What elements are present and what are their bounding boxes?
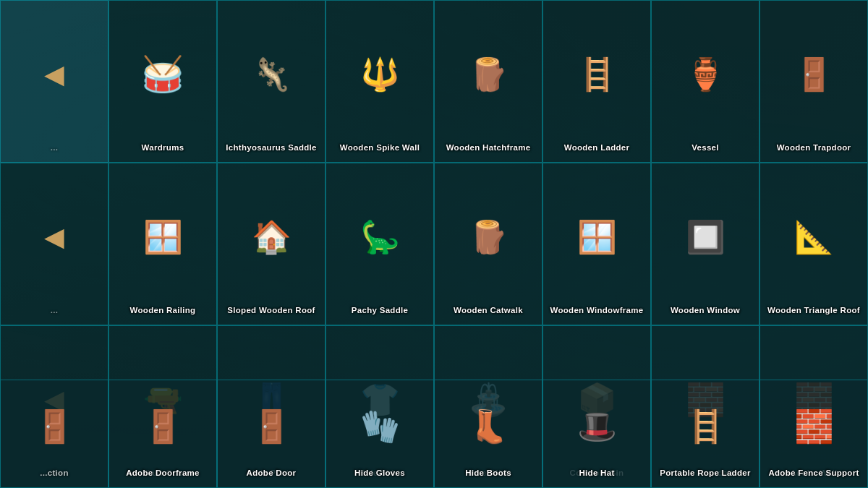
grid-item-partial-2[interactable]: ... [0,163,109,325]
wardrums-icon [127,38,199,111]
item-label-wooden-trapdoor: Wooden Trapdoor [774,142,854,153]
grid-item-wooden-hatchframe[interactable]: Wooden Hatchframe [434,0,542,163]
item-label-wooden-windowframe: Wooden Windowframe [547,305,646,316]
partial-icon-1 [18,38,90,111]
grid-item-fence-ction[interactable]: ...ction [0,380,109,488]
item-label-partial-1: ... [48,142,61,153]
portable-rope-ladder-icon [669,390,741,463]
item-label-sloped-wooden-roof: Sloped Wooden Roof [224,305,318,316]
wooden-hatchframe-icon [452,38,524,111]
grid-item-wooden-catwalk[interactable]: Wooden Catwalk [434,163,542,325]
grid-item-sloped-wooden-roof[interactable]: Sloped Wooden Roof [217,163,326,325]
vessel-icon [669,38,741,111]
item-label-wooden-spike-wall: Wooden Spike Wall [337,142,423,153]
grid-item-wardrums[interactable]: Wardrums [109,0,217,163]
grid-item-pachy-saddle[interactable]: Pachy Saddle [326,163,434,325]
item-label-vessel: Vessel [689,142,722,153]
item-label-wooden-catwalk: Wooden Catwalk [451,305,526,316]
ichthyo-saddle-icon [235,38,307,111]
grid-item-adobe-doorframe[interactable]: Adobe Doorframe [109,380,217,488]
grid-item-vessel[interactable]: Vessel [651,0,760,163]
grid-item-hide-hat[interactable]: Hide Hat [542,380,651,488]
item-label-adobe-fence-support: Adobe Fence Support [765,468,861,479]
item-label-hide-hat: Hide Hat [576,468,617,479]
grid-item-wooden-railing[interactable]: Wooden Railing [109,163,217,325]
grid-item-wooden-ladder[interactable]: Wooden Ladder [542,0,651,163]
item-label-ichthyo-saddle: Ichthyosaurus Saddle [223,142,320,153]
wooden-windowframe-icon [561,201,633,273]
grid-item-wooden-spike-wall[interactable]: Wooden Spike Wall [326,0,434,163]
grid-item-hide-boots[interactable]: Hide Boots [434,380,542,488]
adobe-door-icon [235,390,307,463]
wooden-window-icon [669,201,741,273]
sloped-wooden-roof-icon [235,201,307,273]
fence-ction-icon [18,390,90,463]
grid-item-adobe-door[interactable]: Adobe Door [217,380,326,488]
wooden-spike-wall-icon [344,38,416,111]
item-label-hide-gloves: Hide Gloves [352,468,408,479]
grid-item-adobe-fence-support[interactable]: Adobe Fence Support [760,380,868,488]
item-label-adobe-doorframe: Adobe Doorframe [123,468,203,479]
wooden-railing-icon [127,201,199,273]
pachy-saddle-icon [344,201,416,273]
partial-icon-2 [18,201,90,273]
grid-item-wooden-triangle-roof[interactable]: Wooden Triangle Roof [760,163,868,325]
hide-hat-icon [561,390,633,463]
grid-item-ichthyo-saddle[interactable]: Ichthyosaurus Saddle [217,0,326,163]
item-label-wardrums: Wardrums [139,142,187,153]
grid-item-partial-1[interactable]: ... [0,0,109,163]
grid-item-portable-rope-ladder[interactable]: Portable Rope Ladder [651,380,760,488]
grid-item-hide-gloves[interactable]: Hide Gloves [326,380,434,488]
item-label-partial-2: ... [48,305,61,316]
wooden-trapdoor-icon [778,38,850,111]
grid-item-wooden-window[interactable]: Wooden Window [651,163,760,325]
item-label-fence-ction: ...ction [37,468,71,479]
wooden-ladder-icon [561,38,633,111]
grid-item-wooden-windowframe[interactable]: Wooden Windowframe [542,163,651,325]
item-label-wooden-ladder: Wooden Ladder [561,142,633,153]
wooden-triangle-roof-icon [778,201,850,273]
hide-gloves-icon [344,390,416,463]
adobe-fence-support-icon [778,390,850,463]
item-label-adobe-door: Adobe Door [244,468,299,479]
item-label-wooden-hatchframe: Wooden Hatchframe [443,142,534,153]
wooden-catwalk-icon [452,201,524,273]
item-label-wooden-triangle-roof: Wooden Triangle Roof [765,305,863,316]
item-label-wooden-railing: Wooden Railing [127,305,199,316]
item-label-wooden-window: Wooden Window [668,305,743,316]
item-label-hide-boots: Hide Boots [462,468,514,479]
adobe-doorframe-icon [127,390,199,463]
item-label-pachy-saddle: Pachy Saddle [349,305,411,316]
item-label-portable-rope-ladder: Portable Rope Ladder [657,468,754,479]
grid-item-wooden-trapdoor[interactable]: Wooden Trapdoor [760,0,868,163]
hide-boots-icon [452,390,524,463]
